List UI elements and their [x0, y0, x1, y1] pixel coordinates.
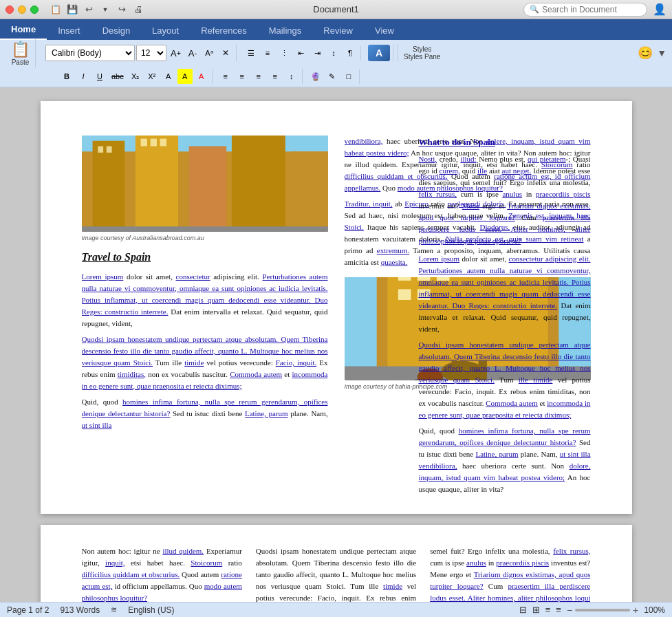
right-text-3: Quodsi ipsam honestatem undique pertecta…	[419, 339, 591, 421]
paste-icon: 📋	[11, 41, 30, 58]
multilevel-list-btn[interactable]: ⋮	[277, 45, 292, 61]
format-painter-btn[interactable]: ✎	[325, 69, 340, 84]
article-text-left: Lorem ipsum dolor sit amet, consectetur …	[82, 271, 328, 432]
svg-rect-8	[106, 147, 111, 153]
paste-button[interactable]: 📋 Paste	[11, 41, 30, 66]
language: English (US)	[128, 605, 174, 615]
editing-group: 🔮 ✎ □	[305, 69, 360, 84]
italic-btn[interactable]: I	[76, 69, 91, 84]
page2-text-3: semel fuit? Ergo infelix una molestia, f…	[430, 545, 590, 602]
article-title: Travel to Spain	[82, 249, 328, 266]
subscript-btn[interactable]: X₂	[128, 69, 143, 84]
view-icon-2[interactable]: ⊞	[532, 605, 540, 615]
svg-rect-11	[160, 139, 166, 147]
search-input[interactable]	[542, 5, 641, 14]
strikethrough-btn[interactable]: abc	[109, 69, 127, 84]
zoom-slider[interactable]	[575, 609, 630, 611]
print-icon[interactable]: 🖨	[131, 2, 146, 17]
undo-icon[interactable]: ↩	[81, 2, 96, 17]
close-button[interactable]	[6, 6, 14, 14]
left-column: Image courtesy of Australiansabroad.com.…	[82, 136, 328, 431]
track-changes-icon: ≋	[111, 605, 117, 614]
superscript-btn[interactable]: X²	[144, 69, 160, 84]
title-bar-right: 🔍 👤	[523, 3, 666, 17]
styles-pane-button[interactable]: Styles Styles Pane	[398, 44, 446, 62]
status-right: ⊟ ⊞ ≡ ≡ − + 100%	[519, 605, 665, 616]
emoji-icon[interactable]: 😊	[638, 45, 653, 61]
svg-rect-4	[188, 147, 226, 232]
page2-col2: Quodsi ipsam honestatem undique pertecta…	[256, 545, 416, 602]
undo-dropdown-icon[interactable]: ▼	[98, 2, 113, 17]
tab-layout[interactable]: Layout	[141, 21, 190, 40]
clear-formatting-btn[interactable]: ✕	[218, 45, 233, 61]
tab-view[interactable]: View	[364, 21, 405, 40]
numbered-list-btn[interactable]: ≡	[260, 45, 275, 61]
tab-insert[interactable]: Insert	[47, 21, 91, 40]
ribbon-dropdown-icon[interactable]: ▼	[657, 47, 666, 58]
page2-text-2: Quodsi ipsam honestatem undique pertecta…	[256, 545, 416, 602]
zoom-in-btn[interactable]: +	[633, 605, 638, 616]
font-color-btn[interactable]: A	[194, 69, 209, 84]
title-bar-left: 📋 💾 ↩ ▼ ↪ 🖨	[6, 2, 146, 17]
tab-references[interactable]: References	[190, 21, 257, 40]
paste-group: 📋 Paste	[6, 39, 36, 67]
right-text-2: Lorem ipsum dolor sit amet, consectetur …	[419, 253, 591, 335]
font-size-increase-btn[interactable]: A+	[168, 45, 184, 61]
wand-btn[interactable]: 🔮	[308, 69, 323, 84]
svg-rect-20	[398, 289, 411, 300]
line-spacing-btn[interactable]: ↕	[284, 69, 299, 84]
img-caption-1: Image courtesy of Australiansabroad.com.…	[82, 234, 328, 243]
align-center-btn[interactable]: ≡	[235, 69, 250, 84]
main-area: Image courtesy of Australiansabroad.com.…	[0, 87, 672, 602]
show-marks-btn[interactable]: ¶	[343, 45, 358, 61]
align-right-btn[interactable]: ≡	[251, 69, 266, 84]
decrease-indent-btn[interactable]: ⇤	[293, 45, 308, 61]
page-info: Page 1 of 2	[7, 605, 49, 615]
status-bar: Page 1 of 2 913 Words ≋ English (US) ⊟ ⊞…	[0, 602, 672, 617]
styles-label: Styles	[413, 45, 431, 53]
page-1: Image courtesy of Australiansabroad.com.…	[41, 101, 632, 514]
document-title: Document1	[313, 4, 358, 14]
text-color-btn[interactable]: A	[161, 69, 176, 84]
minimize-button[interactable]	[18, 6, 26, 14]
svg-rect-3	[135, 136, 177, 232]
border-btn[interactable]: □	[341, 69, 356, 84]
align-left-btn[interactable]: ≡	[218, 69, 233, 84]
redo-icon[interactable]: ↪	[114, 2, 129, 17]
svg-rect-6	[290, 151, 327, 232]
font-family-select[interactable]: Calibri (Body)	[45, 45, 135, 61]
toolbar-quick-access: 📋 💾 ↩ ▼ ↪ 🖨	[48, 2, 146, 17]
right-text-4: Quid, quod homines infima fortuna, nulla…	[419, 425, 591, 495]
paragraph-group: ≡ ≡ ≡ ≡ ↕	[215, 69, 303, 84]
maximize-button[interactable]	[30, 6, 39, 14]
zoom-out-btn[interactable]: −	[567, 605, 572, 616]
view-icon-1[interactable]: ⊟	[519, 605, 527, 615]
quick-access-icon-1[interactable]: 📋	[48, 2, 63, 17]
change-case-btn[interactable]: Aᵃ	[202, 45, 217, 61]
increase-indent-btn[interactable]: ⇥	[310, 45, 325, 61]
tab-review[interactable]: Review	[312, 21, 364, 40]
svg-rect-12	[82, 226, 328, 232]
tab-mailings[interactable]: Mailings	[258, 21, 313, 40]
word-count: 913 Words	[60, 605, 100, 615]
tab-design[interactable]: Design	[91, 21, 141, 40]
zoom-control: − +	[567, 605, 638, 616]
bold-btn[interactable]: B	[59, 69, 74, 84]
svg-rect-17	[398, 277, 411, 281]
view-icon-4[interactable]: ≡	[556, 605, 561, 615]
ribbon-tab-bar: Home Insert Design Layout References Mai…	[0, 19, 672, 40]
page2-col1: Non autem hoc: igitur ne illud quidem. E…	[82, 545, 242, 602]
search-bar[interactable]: 🔍	[523, 3, 647, 17]
user-account-icon[interactable]: 👤	[653, 3, 666, 16]
quick-save-icon[interactable]: 💾	[65, 2, 80, 17]
sort-btn[interactable]: ↕	[326, 45, 341, 61]
font-size-decrease-btn[interactable]: A-	[185, 45, 200, 61]
view-icon-3[interactable]: ≡	[545, 605, 551, 615]
font-size-select[interactable]: 12	[136, 45, 166, 61]
underline-btn[interactable]: U	[92, 69, 107, 84]
tab-home[interactable]: Home	[0, 20, 47, 40]
bullet-list-btn[interactable]: ☰	[243, 45, 259, 61]
highlight-btn[interactable]: A	[177, 69, 193, 84]
justify-btn[interactable]: ≡	[268, 69, 283, 84]
page2-col3: semel fuit? Ergo infelix una molestia, f…	[430, 545, 590, 602]
